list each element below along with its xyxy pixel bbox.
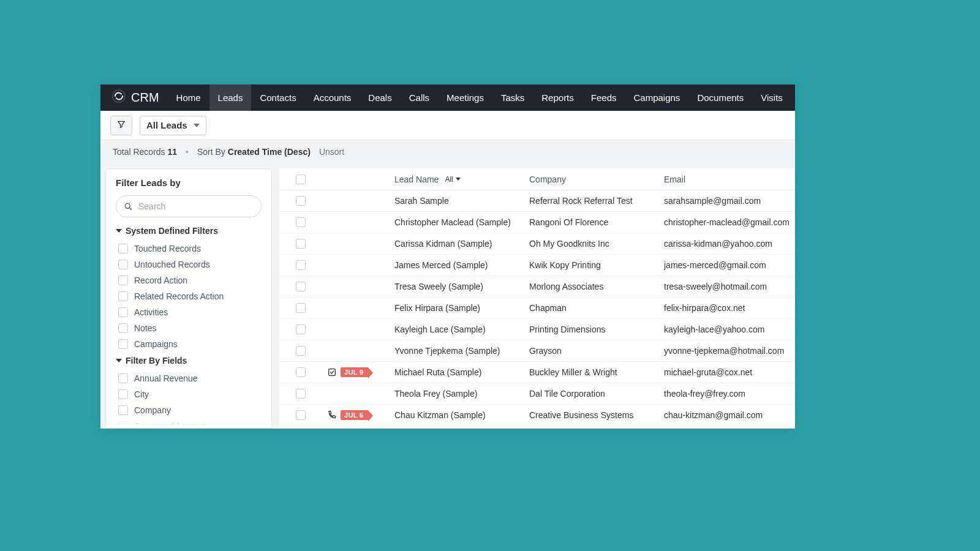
- cell-lead-name[interactable]: Sarah Sample: [390, 192, 524, 209]
- filter-option[interactable]: City: [118, 386, 262, 402]
- lead-name-filter[interactable]: All: [445, 175, 460, 184]
- nav-item-meetings[interactable]: Meetings: [438, 84, 492, 111]
- cell-lead-name[interactable]: Tresa Sweely (Sample): [390, 278, 524, 295]
- row-checkbox[interactable]: [296, 217, 306, 227]
- checkbox[interactable]: [118, 307, 128, 317]
- filter-option[interactable]: Company: [118, 402, 262, 418]
- table-row[interactable]: Yvonne Tjepkema (Sample)Graysonyvonne-tj…: [279, 340, 795, 362]
- checkbox[interactable]: [118, 260, 128, 269]
- filter-group-header[interactable]: System Defined Filters: [116, 226, 262, 236]
- nav-item-visits[interactable]: Visits: [752, 84, 791, 111]
- cell-lead-name[interactable]: Yvonne Tjepkema (Sample): [390, 342, 524, 359]
- separator-dot: •: [186, 147, 189, 157]
- table-row[interactable]: Tresa Sweely (Sample)Morlong Associatest…: [279, 276, 795, 298]
- filter-option[interactable]: Related Records Action: [118, 288, 262, 304]
- table-row[interactable]: JUL 9Michael Ruta (Sample)Buckley Miller…: [279, 362, 795, 383]
- nav-item-tasks[interactable]: Tasks: [492, 84, 533, 111]
- nav-item-deals[interactable]: Deals: [360, 84, 400, 111]
- cell-lead-name[interactable]: Christopher Maclead (Sample): [390, 214, 524, 231]
- row-checkbox[interactable]: [296, 324, 306, 334]
- sort-by[interactable]: Sort By Created Time (Desc): [197, 147, 311, 157]
- cell-email[interactable]: christopher-maclead@gmail.com: [659, 214, 795, 231]
- row-checkbox[interactable]: [296, 367, 306, 377]
- cell-email[interactable]: yvonne-tjepkema@hotmail.com: [659, 342, 795, 359]
- cell-lead-name[interactable]: Chau Kitzman (Sample): [390, 407, 524, 424]
- table-row[interactable]: Theola Frey (Sample)Dal Tile Corporation…: [279, 383, 795, 405]
- cell-email[interactable]: sarahsample@gmail.com: [659, 192, 795, 209]
- cell-email[interactable]: tresa-sweely@hotmail.com: [659, 278, 795, 295]
- row-checkbox[interactable]: [296, 303, 306, 313]
- table-row[interactable]: James Merced (Sample)Kwik Kopy Printingj…: [279, 255, 795, 276]
- column-header-company[interactable]: Company: [524, 174, 659, 184]
- table-row[interactable]: JUL 6Chau Kitzman (Sample)Creative Busin…: [279, 405, 795, 426]
- row-checkbox[interactable]: [296, 410, 306, 420]
- table-row[interactable]: Carissa Kidman (Sample)Oh My Goodknits I…: [279, 233, 795, 255]
- nav-item-calls[interactable]: Calls: [401, 84, 438, 111]
- select-all-checkbox[interactable]: [296, 174, 306, 184]
- filter-toggle-button[interactable]: [110, 116, 132, 135]
- row-checkbox[interactable]: [296, 346, 306, 356]
- filter-option[interactable]: Untouched Records: [118, 257, 262, 272]
- filter-option[interactable]: Activities: [118, 304, 262, 320]
- cell-lead-name[interactable]: Kayleigh Lace (Sample): [390, 321, 524, 338]
- cell-lead-name[interactable]: Felix Hirpara (Sample): [390, 299, 524, 317]
- cell-email[interactable]: michael-gruta@cox.net: [659, 364, 795, 381]
- cell-lead-name[interactable]: Michael Ruta (Sample): [390, 364, 524, 381]
- nav-item-projects[interactable]: Projects: [791, 84, 795, 111]
- nav-item-accounts[interactable]: Accounts: [305, 84, 360, 111]
- column-header-email[interactable]: Email: [659, 174, 795, 184]
- cell-lead-name[interactable]: Carissa Kidman (Sample): [390, 235, 524, 252]
- row-checkbox[interactable]: [296, 389, 306, 399]
- phone-icon: [327, 410, 337, 420]
- table-row[interactable]: Kayleigh Lace (Sample)Printing Dimension…: [279, 319, 795, 340]
- row-select-cell: [279, 192, 322, 209]
- view-selector[interactable]: All Leads: [140, 116, 206, 135]
- cell-lead-name[interactable]: Theola Frey (Sample): [390, 385, 524, 402]
- cell-email[interactable]: theola-frey@frey.com: [659, 385, 795, 402]
- cell-email[interactable]: kayleigh-lace@yahoo.com: [659, 321, 795, 338]
- filter-option[interactable]: Annual Revenue: [118, 370, 262, 386]
- cell-email[interactable]: felix-hirpara@cox.net: [659, 299, 795, 317]
- nav-item-reports[interactable]: Reports: [533, 84, 582, 111]
- row-checkbox[interactable]: [296, 196, 306, 206]
- unsort-link[interactable]: Unsort: [319, 147, 344, 157]
- row-checkbox[interactable]: [296, 282, 306, 291]
- brand[interactable]: CRM: [107, 89, 164, 107]
- checkbox[interactable]: [118, 339, 128, 349]
- filter-option[interactable]: Converted Account: [118, 418, 262, 429]
- checkbox[interactable]: [118, 373, 128, 383]
- row-checkbox[interactable]: [296, 260, 306, 270]
- filter-option[interactable]: Record Action: [118, 272, 262, 288]
- nav-item-campaigns[interactable]: Campaigns: [625, 84, 689, 111]
- checkbox[interactable]: [118, 244, 128, 253]
- filter-group-header[interactable]: Filter By Fields: [116, 356, 262, 365]
- checkbox[interactable]: [118, 323, 128, 333]
- nav-item-contacts[interactable]: Contacts: [251, 84, 304, 111]
- cell-email[interactable]: carissa-kidman@yahoo.com: [659, 235, 795, 252]
- checkbox[interactable]: [118, 291, 128, 301]
- table-row[interactable]: Sarah SampleReferral Rock Referral Tests…: [279, 190, 795, 212]
- cell-email[interactable]: chau-kitzman@gmail.com: [659, 407, 795, 424]
- filter-search-input[interactable]: [116, 195, 262, 217]
- table-row[interactable]: Felix Hirpara (Sample)Chapmanfelix-hirpa…: [279, 298, 795, 319]
- nav-item-leads[interactable]: Leads: [209, 84, 252, 111]
- checkbox[interactable]: [118, 405, 128, 415]
- checkbox[interactable]: [118, 276, 128, 285]
- filter-option[interactable]: Notes: [118, 320, 262, 336]
- nav-item-documents[interactable]: Documents: [688, 84, 752, 111]
- row-checkbox[interactable]: [296, 239, 306, 249]
- filter-option-label: Untouched Records: [134, 260, 210, 269]
- cell-email[interactable]: james-merced@gmail.com: [659, 257, 795, 274]
- table-row[interactable]: Christopher Maclead (Sample)Rangoni Of F…: [279, 212, 795, 233]
- checkbox[interactable]: [118, 389, 128, 399]
- filter-option[interactable]: Campaigns: [118, 336, 262, 352]
- checkbox[interactable]: [118, 421, 128, 429]
- cell-lead-name[interactable]: James Merced (Sample): [390, 257, 524, 274]
- cell-company: Creative Business Systems: [524, 407, 659, 424]
- column-header-lead-name[interactable]: Lead Name All: [390, 174, 524, 184]
- nav-item-home[interactable]: Home: [168, 84, 209, 111]
- row-select-cell: [279, 214, 322, 231]
- cell-company: Chapman: [524, 299, 659, 317]
- nav-item-feeds[interactable]: Feeds: [582, 84, 625, 111]
- filter-option[interactable]: Touched Records: [118, 241, 262, 257]
